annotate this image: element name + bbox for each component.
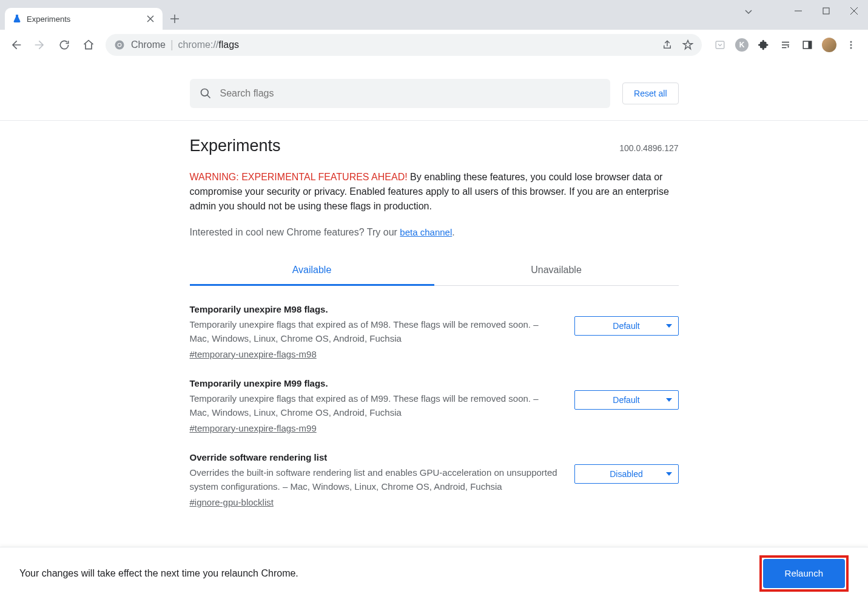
flask-icon [12, 14, 22, 24]
tab-search-icon[interactable] [744, 7, 753, 16]
flag-permalink[interactable]: #temporary-unexpire-flags-m98 [190, 349, 317, 359]
flag-item: Override software rendering list Overrid… [190, 434, 679, 508]
flag-tabs: Available Unavailable [190, 256, 679, 286]
bookmark-icon[interactable] [682, 39, 693, 50]
profile-avatar[interactable] [822, 38, 836, 52]
url-separator: | [170, 38, 173, 51]
tab-title: Experiments [27, 15, 146, 24]
tab-unavailable[interactable]: Unavailable [434, 256, 679, 285]
extension-k-icon[interactable]: K [735, 38, 749, 52]
relaunch-bar: Your changes will take effect the next t… [0, 547, 868, 599]
new-tab-button[interactable] [166, 10, 183, 27]
flag-item: Temporarily unexpire M98 flags. Temporar… [190, 286, 679, 360]
extension-icons: K [708, 38, 863, 52]
page-content[interactable]: Reset all Experiments 100.0.4896.127 WAR… [0, 60, 868, 547]
relaunch-button[interactable]: Relaunch [763, 559, 845, 588]
home-button[interactable] [78, 34, 99, 56]
svg-rect-0 [823, 8, 829, 14]
flag-description: Overrides the built-in software renderin… [190, 466, 560, 493]
beta-channel-text: Interested in cool new Chrome features? … [190, 227, 679, 238]
svg-rect-6 [809, 41, 812, 49]
titlebar: Experiments [0, 0, 868, 30]
tab-available[interactable]: Available [190, 256, 434, 286]
relaunch-highlight: Relaunch [759, 555, 849, 592]
search-icon [200, 87, 212, 100]
chrome-menu-icon[interactable] [844, 38, 858, 52]
svg-point-3 [118, 43, 121, 46]
svg-point-10 [201, 89, 208, 96]
flag-select[interactable]: Default [574, 390, 679, 410]
svg-point-7 [850, 41, 852, 42]
tab-close-icon[interactable] [146, 14, 155, 24]
warning-text: WARNING: EXPERIMENTAL FEATURES AHEAD! By… [190, 170, 679, 214]
flag-title: Temporarily unexpire M98 flags. [190, 304, 560, 314]
flag-permalink[interactable]: #temporary-unexpire-flags-m99 [190, 423, 317, 433]
maximize-button[interactable] [812, 0, 840, 22]
url-prefix: chrome:// [178, 39, 219, 50]
page-title: Experiments [190, 137, 281, 155]
flag-description: Temporarily unexpire flags that expired … [190, 318, 560, 345]
side-panel-icon[interactable] [800, 38, 815, 52]
address-bar[interactable]: Chrome | chrome://flags [106, 34, 702, 56]
reading-list-icon[interactable] [778, 38, 793, 52]
svg-rect-4 [716, 41, 724, 49]
beta-channel-link[interactable]: beta channel [400, 227, 452, 237]
reset-all-button[interactable]: Reset all [622, 83, 678, 104]
flag-item: Temporarily unexpire M99 flags. Temporar… [190, 360, 679, 434]
minimize-button[interactable] [784, 0, 812, 22]
back-button[interactable] [5, 34, 27, 56]
search-flags-box[interactable] [190, 79, 611, 108]
window-controls [784, 0, 868, 22]
flag-permalink[interactable]: #ignore-gpu-blocklist [190, 497, 274, 507]
chrome-version: 100.0.4896.127 [619, 143, 678, 153]
url-origin-label: Chrome [131, 39, 166, 50]
flag-description: Temporarily unexpire flags that expired … [190, 392, 560, 419]
search-flags-input[interactable] [220, 88, 601, 99]
share-icon[interactable] [662, 39, 673, 50]
forward-button[interactable] [29, 34, 51, 56]
svg-point-9 [850, 47, 852, 49]
url-path: flags [218, 39, 239, 50]
extensions-button[interactable] [756, 38, 771, 52]
flag-select[interactable]: Default [574, 316, 679, 336]
chrome-icon [114, 39, 125, 50]
browser-toolbar: Chrome | chrome://flags K [0, 30, 868, 60]
browser-tab[interactable]: Experiments [5, 8, 163, 30]
flag-title: Override software rendering list [190, 452, 560, 462]
extension-pocket-icon[interactable] [713, 38, 727, 52]
svg-point-8 [850, 44, 852, 46]
close-window-button[interactable] [840, 0, 868, 22]
reload-button[interactable] [53, 34, 75, 56]
flag-select[interactable]: Disabled [574, 464, 679, 484]
relaunch-message: Your changes will take effect the next t… [19, 568, 298, 579]
flag-title: Temporarily unexpire M99 flags. [190, 378, 560, 388]
